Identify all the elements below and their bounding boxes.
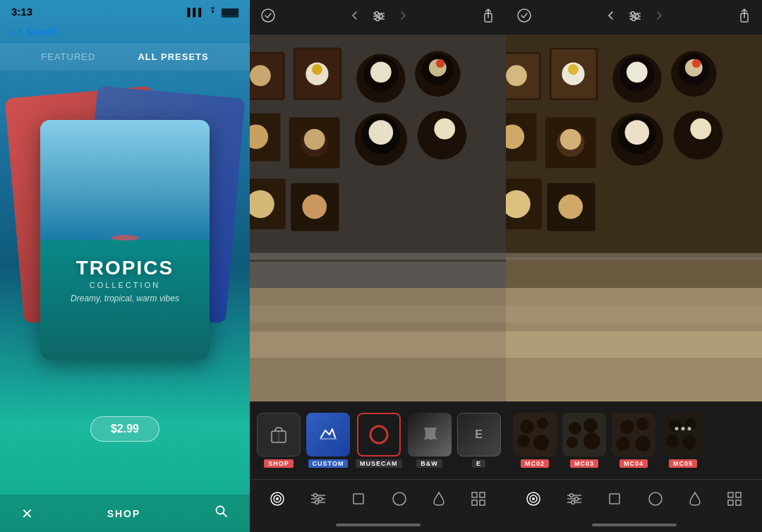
panel-editor-mid: SHOP CUSTOM MUSECAM bbox=[250, 0, 506, 532]
tool-crop-right[interactable] bbox=[607, 492, 622, 506]
svg-rect-12 bbox=[250, 262, 506, 288]
share-icon-right[interactable] bbox=[738, 8, 751, 26]
preset-item-e[interactable]: E E bbox=[457, 413, 501, 468]
svg-rect-61 bbox=[472, 492, 477, 497]
svg-point-6 bbox=[375, 12, 378, 16]
svg-point-130 bbox=[532, 497, 535, 500]
preset-card-subtitle: COLLECTION bbox=[40, 281, 210, 289]
svg-point-126 bbox=[666, 435, 679, 447]
svg-rect-123 bbox=[661, 413, 705, 457]
svg-point-52 bbox=[276, 497, 279, 500]
topbar-left-mid bbox=[261, 8, 275, 26]
forward-icon-right[interactable] bbox=[653, 9, 665, 25]
editor-topbar-mid bbox=[250, 0, 506, 35]
tool-filter-right[interactable] bbox=[526, 491, 541, 507]
tool-adjust-mid[interactable] bbox=[310, 493, 326, 504]
preset-thumb-mc02 bbox=[513, 413, 557, 457]
preset-thumb-mc05 bbox=[661, 413, 705, 457]
tab-all-presets[interactable]: ALL PRESETS bbox=[138, 52, 208, 62]
svg-point-71 bbox=[631, 18, 635, 21]
svg-rect-113 bbox=[562, 413, 606, 457]
photo-area-mid bbox=[250, 35, 506, 401]
tool-adjust-right[interactable] bbox=[567, 493, 582, 504]
nav-back-label[interactable]: < Search bbox=[18, 26, 57, 37]
forward-icon-mid[interactable] bbox=[397, 9, 409, 25]
tool-drop-right[interactable] bbox=[689, 491, 701, 507]
food-photo-right bbox=[506, 35, 762, 401]
status-icons: ▌▌▌ ▓▓▓ bbox=[188, 7, 238, 17]
svg-line-1 bbox=[224, 514, 227, 517]
preset-item-mc02[interactable]: MC02 bbox=[513, 413, 557, 468]
check-icon-mid[interactable] bbox=[261, 8, 275, 26]
shop-icon bbox=[268, 424, 289, 445]
panel1-bottom-bar: ✕ SHOP bbox=[0, 495, 250, 532]
preset-item-custom[interactable]: CUSTOM bbox=[306, 413, 350, 468]
preset-item-mc04[interactable]: MC04 bbox=[612, 413, 655, 468]
preset-e-tag: E bbox=[472, 459, 485, 468]
svg-rect-15 bbox=[250, 332, 506, 358]
preset-item-mc03[interactable]: MC03 bbox=[562, 413, 606, 468]
mc05-preview bbox=[661, 413, 705, 457]
tool-crop-mid[interactable] bbox=[351, 492, 365, 506]
svg-rect-75 bbox=[506, 258, 762, 288]
tool-filter-mid[interactable] bbox=[270, 491, 285, 507]
preset-thumb-musecam bbox=[357, 413, 401, 457]
tool-circle-mid[interactable] bbox=[392, 491, 407, 507]
preset-thumb-custom bbox=[306, 413, 350, 457]
preset-thumb-shop bbox=[257, 413, 301, 457]
preset-card-main[interactable]: TROPICS COLLECTION Dreamy, tropical, war… bbox=[40, 120, 210, 360]
wifi-icon bbox=[207, 7, 218, 17]
tabs-row: FEATURED ALL PRESETS bbox=[0, 43, 250, 71]
tool-circle-right[interactable] bbox=[648, 491, 663, 507]
svg-rect-44 bbox=[250, 253, 506, 260]
home-bar-right bbox=[592, 524, 677, 526]
musecam-icon bbox=[366, 422, 392, 447]
svg-point-97 bbox=[560, 129, 581, 150]
svg-point-127 bbox=[682, 435, 696, 449]
price-button[interactable]: $2.99 bbox=[90, 416, 159, 442]
preset-thumb-mc03 bbox=[562, 413, 606, 457]
preset-custom-tag: CUSTOM bbox=[308, 459, 349, 468]
close-button[interactable]: ✕ bbox=[21, 505, 33, 522]
preset-strip-right: MC02 MC03 bbox=[506, 401, 762, 479]
svg-point-39 bbox=[434, 119, 455, 140]
svg-rect-77 bbox=[506, 306, 762, 323]
svg-point-25 bbox=[370, 61, 392, 83]
tool-grid-mid[interactable] bbox=[471, 491, 486, 507]
check-icon-right[interactable] bbox=[517, 8, 531, 26]
svg-rect-141 bbox=[728, 500, 733, 505]
svg-point-111 bbox=[517, 435, 530, 447]
tool-grid-right[interactable] bbox=[727, 491, 742, 507]
svg-point-69 bbox=[631, 12, 634, 16]
e-label: E bbox=[475, 428, 483, 441]
food-photo-mid bbox=[250, 35, 506, 401]
back-icon-right[interactable] bbox=[605, 9, 617, 25]
preset-item-mc05[interactable]: MC05 bbox=[661, 413, 705, 468]
share-icon-mid[interactable] bbox=[482, 8, 495, 26]
back-icon-mid[interactable] bbox=[349, 9, 361, 25]
mc04-preview bbox=[612, 413, 655, 457]
svg-point-81 bbox=[506, 65, 527, 86]
nav-back[interactable]: ‹ < Search bbox=[11, 26, 57, 37]
adjust-icon-right[interactable] bbox=[629, 10, 641, 25]
preset-item-bw[interactable]: B&W bbox=[408, 413, 452, 468]
tool-drop-mid[interactable] bbox=[433, 491, 445, 507]
preset-mc04-tag: MC04 bbox=[619, 459, 648, 468]
preset-item-shop[interactable]: SHOP bbox=[257, 413, 301, 468]
svg-point-138 bbox=[649, 492, 662, 505]
svg-point-116 bbox=[567, 437, 578, 448]
search-button[interactable] bbox=[214, 504, 229, 522]
back-chevron-icon: ‹ bbox=[11, 26, 15, 37]
tab-featured[interactable]: FEATURED bbox=[41, 52, 95, 62]
svg-point-2 bbox=[262, 9, 274, 22]
preset-shop-tag: SHOP bbox=[264, 459, 294, 468]
svg-point-92 bbox=[692, 59, 701, 68]
preset-item-musecam[interactable]: MUSECAM bbox=[356, 413, 402, 468]
signal-icon: ▌▌▌ bbox=[188, 8, 204, 16]
topbar-center-right bbox=[605, 9, 665, 25]
preset-mc02-tag: MC02 bbox=[521, 459, 549, 468]
adjust-icon-mid[interactable] bbox=[373, 10, 385, 25]
preset-thumb-mc04 bbox=[612, 413, 655, 457]
svg-rect-62 bbox=[480, 492, 485, 497]
shop-label[interactable]: SHOP bbox=[107, 508, 141, 519]
